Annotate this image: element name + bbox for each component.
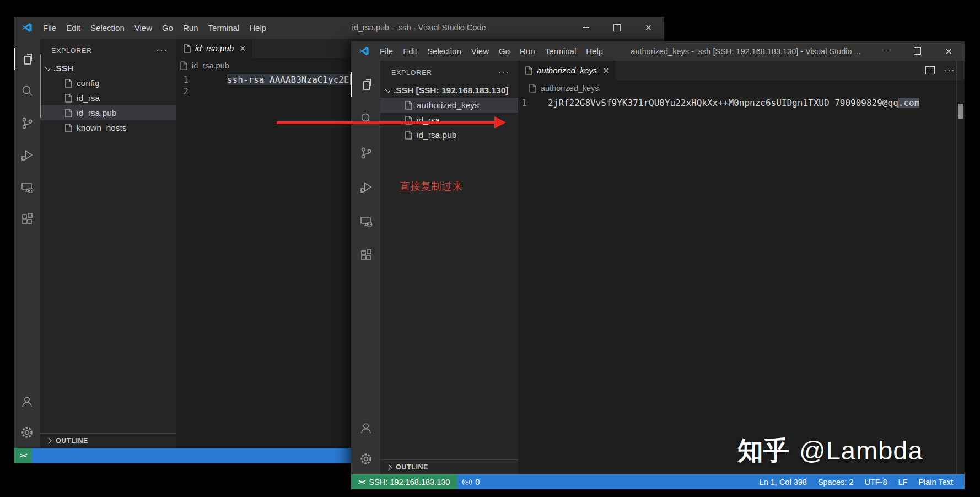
menu-file[interactable]: File	[38, 23, 61, 33]
menu-view[interactable]: View	[466, 46, 494, 56]
extensions-icon[interactable]	[14, 203, 40, 235]
more-actions-icon[interactable]: ···	[498, 71, 509, 75]
menu-view[interactable]: View	[130, 23, 157, 33]
more-actions-icon[interactable]: ···	[157, 49, 168, 53]
remote-indicator[interactable]: >< SSH: 192.168.183.130	[351, 474, 457, 489]
titlebar-local: File Edit Selection View Go Run Terminal…	[14, 17, 664, 39]
menu-edit[interactable]: Edit	[61, 23, 85, 33]
tree-item-id_rsa.pub-selected[interactable]: id_rsa.pub	[40, 105, 176, 120]
tree-item-id_rsa[interactable]: id_rsa	[40, 90, 176, 105]
ports-forwarded-icon	[462, 478, 472, 486]
tree-item-known_hosts[interactable]: known_hosts	[40, 120, 176, 135]
ports-count: 0	[475, 478, 480, 487]
menu-run[interactable]: Run	[515, 46, 540, 56]
editor-remote: authorized_keys × ··· authorized_keys 1	[518, 61, 965, 474]
accounts-icon[interactable]	[14, 386, 40, 417]
chevron-down-icon	[385, 86, 391, 92]
menu-terminal[interactable]: Terminal	[203, 23, 245, 33]
line-number: 1	[176, 74, 189, 85]
menu-edit[interactable]: Edit	[398, 46, 422, 56]
watermark: 知乎 @Lambda	[737, 434, 923, 468]
file-label: config	[77, 78, 99, 88]
explorer-icon[interactable]	[351, 67, 380, 101]
search-icon[interactable]	[14, 75, 40, 107]
menu-run[interactable]: Run	[178, 23, 203, 33]
file-label: authorized_keys	[417, 100, 479, 110]
menu-help[interactable]: Help	[581, 46, 608, 56]
minimize-button[interactable]	[570, 17, 601, 39]
maximize-button[interactable]	[902, 41, 933, 61]
remote-explorer-icon[interactable]	[351, 204, 380, 238]
menu-terminal[interactable]: Terminal	[540, 46, 581, 56]
encoding[interactable]: UTF-8	[859, 474, 892, 489]
minimize-button[interactable]	[870, 41, 902, 61]
outline-section[interactable]: OUTLINE	[40, 433, 176, 448]
menu-help[interactable]: Help	[244, 23, 271, 33]
code-area-remote[interactable]: 1 2jRf22G8VvSf9YK371rQU0Yu22xHQkXx++M0np…	[518, 96, 965, 109]
menu-go[interactable]: Go	[157, 23, 178, 33]
source-control-icon[interactable]	[14, 107, 40, 139]
code-line-1: 1 2jRf22G8VvSf9YK371rQU0Yu22xHQkXx++M0np…	[518, 97, 965, 109]
eol-sequence[interactable]: LF	[892, 474, 913, 489]
file-icon	[65, 109, 72, 117]
tab-authorized_keys[interactable]: authorized_keys ×	[518, 61, 615, 80]
tab-close-icon[interactable]: ×	[240, 44, 246, 54]
line-number: 2	[176, 85, 189, 97]
indentation[interactable]: Spaces: 2	[812, 474, 859, 489]
breadcrumb-filename: id_rsa.pub	[192, 61, 229, 70]
run-debug-icon[interactable]	[351, 170, 380, 204]
breadcrumb[interactable]: authorized_keys	[518, 80, 965, 96]
sidebar-scrollbar[interactable]	[40, 54, 41, 118]
window-controls: ×	[570, 17, 664, 39]
maximize-button[interactable]	[601, 17, 633, 39]
extensions-icon[interactable]	[351, 238, 380, 272]
tree-item-id_rsa.pub[interactable]: id_rsa.pub	[380, 127, 518, 142]
settings-gear-icon[interactable]	[351, 443, 380, 474]
remote-indicator-icon: ><	[358, 478, 365, 486]
menu-go[interactable]: Go	[494, 46, 515, 56]
window-title: id_rsa.pub - .ssh - Visual Studio Code	[352, 23, 486, 32]
menu-selection[interactable]: Selection	[422, 46, 466, 56]
explorer-icon[interactable]	[14, 43, 40, 75]
outline-label: OUTLINE	[56, 437, 88, 445]
scrollbar-thumb[interactable]	[958, 104, 963, 119]
menu-selection[interactable]: Selection	[85, 23, 130, 33]
tree-item-config[interactable]: config	[40, 76, 176, 90]
chevron-down-icon	[45, 64, 51, 70]
accounts-icon[interactable]	[351, 413, 380, 443]
folder-label: .SSH	[53, 63, 73, 73]
file-icon	[180, 61, 187, 70]
remote-host-label: SSH: 192.168.183.130	[369, 478, 450, 487]
tab-close-icon[interactable]: ×	[603, 66, 609, 76]
file-icon	[405, 101, 412, 110]
folder-label: .SSH [SSH: 192.168.183.130]	[394, 85, 509, 95]
remote-explorer-icon[interactable]	[14, 171, 40, 203]
menu-file[interactable]: File	[375, 46, 398, 56]
sidebar-explorer-local: EXPLORER ··· .SSH config id_rsa	[40, 39, 176, 448]
run-debug-icon[interactable]	[14, 139, 40, 171]
ports-forwarded[interactable]: 0	[457, 474, 485, 489]
file-icon	[405, 131, 412, 140]
tree-item-authorized_keys-selected[interactable]: authorized_keys	[380, 98, 518, 113]
tree-folder-ssh-remote[interactable]: .SSH [SSH: 192.168.183.130]	[380, 83, 518, 98]
breadcrumb-filename: authorized_keys	[541, 84, 599, 93]
split-editor-icon[interactable]	[925, 66, 935, 74]
source-control-icon[interactable]	[351, 136, 380, 170]
activity-bar-local	[14, 39, 40, 448]
remote-indicator[interactable]: ><	[14, 448, 32, 463]
more-actions-icon[interactable]: ···	[944, 68, 955, 73]
tab-id_rsa.pub[interactable]: id_rsa.pub ×	[176, 39, 252, 58]
close-button[interactable]: ×	[933, 41, 965, 61]
settings-gear-icon[interactable]	[14, 417, 40, 448]
outline-section[interactable]: OUTLINE	[380, 459, 518, 474]
file-icon	[525, 66, 532, 75]
annotation-arrow-line	[277, 121, 496, 124]
search-icon[interactable]	[351, 101, 380, 136]
language-mode[interactable]: Plain Text	[913, 474, 959, 489]
titlebar-remote: File Edit Selection View Go Run Terminal…	[351, 41, 965, 61]
file-icon	[65, 94, 72, 103]
tree-folder-ssh[interactable]: .SSH	[40, 61, 176, 76]
cursor-position[interactable]: Ln 1, Col 398	[754, 474, 812, 489]
close-button[interactable]: ×	[633, 17, 664, 39]
editor-scrollbar[interactable]	[956, 61, 965, 474]
